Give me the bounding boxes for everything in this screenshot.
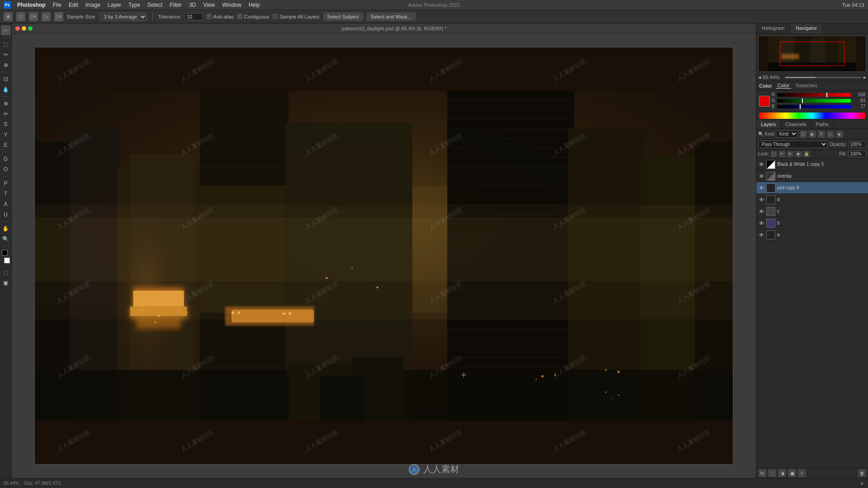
- menu-filter[interactable]: Filter: [166, 1, 185, 9]
- sample-size-select[interactable]: 3 by 3 Average: [100, 13, 147, 21]
- color-tab[interactable]: Color: [776, 83, 791, 89]
- canvas-content[interactable]: 人人素材社区 人人素材社区 人人素材社区 人人素材社区 人人素材社区 人人素材社…: [12, 33, 756, 478]
- layer-filter-pixel-icon[interactable]: ☐: [800, 131, 807, 138]
- delete-layer-icon[interactable]: 🗑: [858, 469, 866, 477]
- new-selection-icon[interactable]: □: [16, 12, 25, 21]
- layer-visibility-1[interactable]: 👁: [758, 173, 764, 179]
- layer-visibility-6[interactable]: 👁: [758, 232, 764, 238]
- green-slider-thumb[interactable]: [802, 98, 803, 103]
- zoom-slider[interactable]: [785, 77, 862, 78]
- spot-healing-tool[interactable]: ⊕: [1, 99, 11, 108]
- menu-type[interactable]: Type: [125, 1, 144, 9]
- menu-edit[interactable]: Edit: [65, 1, 82, 9]
- tab-navigator[interactable]: Navigator: [790, 23, 823, 33]
- tab-histogram[interactable]: Histogram: [756, 23, 790, 33]
- lock-pixels-icon[interactable]: ✏: [779, 151, 785, 157]
- layer-row-0[interactable]: 👁 Black & White 1 copy 3: [756, 159, 868, 170]
- foreground-color-picker[interactable]: [759, 96, 770, 107]
- path-selection-tool[interactable]: A: [1, 199, 11, 209]
- add-selection-icon[interactable]: □+: [29, 12, 38, 21]
- blue-slider[interactable]: [777, 105, 851, 108]
- contiguous-checkbox[interactable]: [237, 14, 242, 19]
- zoom-tool[interactable]: 🔍: [1, 234, 11, 244]
- fill-input[interactable]: [848, 150, 866, 157]
- move-tool[interactable]: ↔: [1, 25, 11, 35]
- tab-layers[interactable]: Layers: [756, 120, 781, 128]
- lock-all-icon[interactable]: 🔒: [803, 151, 810, 157]
- menu-select[interactable]: Select: [144, 1, 166, 9]
- layer-row-5[interactable]: 👁 b: [756, 217, 868, 229]
- layer-filter-smart-icon[interactable]: ◈: [836, 131, 843, 138]
- magic-wand-tool[interactable]: ⊕: [1, 60, 11, 70]
- background-color-swatch[interactable]: [4, 258, 10, 263]
- blend-mode-select[interactable]: Pass Through: [758, 141, 828, 148]
- lock-artboards-icon[interactable]: ◉: [795, 151, 802, 157]
- swatches-tab[interactable]: Swatches: [794, 83, 819, 89]
- menu-help[interactable]: Help: [245, 1, 264, 9]
- layer-row-3[interactable]: 👁 d: [756, 194, 868, 206]
- screen-mode[interactable]: ▣: [1, 278, 11, 288]
- layer-row-2[interactable]: 👁 psd copy 9: [756, 182, 868, 194]
- green-slider[interactable]: [777, 99, 851, 103]
- intersect-selection-icon[interactable]: □×: [54, 12, 63, 21]
- subtract-selection-icon[interactable]: □-: [42, 12, 51, 21]
- zoom-in-icon[interactable]: ▶: [863, 75, 866, 80]
- close-button[interactable]: [15, 26, 20, 31]
- layer-filter-shape-icon[interactable]: ◇: [827, 131, 834, 138]
- menu-layer[interactable]: Layer: [104, 1, 125, 9]
- new-group-icon[interactable]: ▣: [788, 469, 796, 477]
- layer-visibility-5[interactable]: 👁: [758, 220, 764, 226]
- pen-tool[interactable]: P: [1, 178, 11, 188]
- red-slider[interactable]: [777, 93, 851, 97]
- shape-tool[interactable]: U: [1, 210, 11, 220]
- crop-tool[interactable]: ⊡: [1, 74, 11, 84]
- tolerance-input[interactable]: [185, 13, 203, 20]
- blue-slider-thumb[interactable]: [799, 104, 801, 109]
- opacity-input[interactable]: [848, 141, 866, 148]
- foreground-color-swatch[interactable]: [2, 250, 8, 256]
- menu-view[interactable]: View: [199, 1, 218, 9]
- lasso-tool[interactable]: ✂: [1, 50, 11, 60]
- dodge-tool[interactable]: O: [1, 164, 11, 174]
- image-canvas[interactable]: [34, 47, 733, 465]
- quick-mask-mode[interactable]: ⬚: [1, 267, 11, 277]
- layer-row-6[interactable]: 👁 a: [756, 229, 868, 241]
- menu-3d[interactable]: 3D: [185, 1, 199, 9]
- layer-visibility-4[interactable]: 👁: [758, 208, 764, 215]
- menu-window[interactable]: Window: [218, 1, 245, 9]
- sample-all-checkbox[interactable]: [273, 14, 278, 19]
- tab-paths[interactable]: Paths: [811, 120, 834, 128]
- select-subject-button[interactable]: Select Subject: [323, 13, 363, 21]
- add-layer-style-icon[interactable]: fx: [758, 469, 766, 477]
- menu-file[interactable]: File: [49, 1, 65, 9]
- foreground-background-color[interactable]: [2, 250, 10, 263]
- lock-position-icon[interactable]: ✛: [787, 151, 793, 157]
- layer-row-4[interactable]: 👁 c: [756, 206, 868, 217]
- anti-alias-checkbox[interactable]: [207, 14, 212, 19]
- zoom-out-icon[interactable]: ◀: [758, 75, 761, 80]
- history-brush-tool[interactable]: Y: [1, 130, 11, 140]
- layer-visibility-3[interactable]: 👁: [758, 197, 764, 203]
- color-panel-header[interactable]: Color Color Swatches: [756, 81, 868, 90]
- new-adjustment-layer-icon[interactable]: ◑: [778, 469, 786, 477]
- clone-stamp-tool[interactable]: S: [1, 119, 11, 129]
- gradient-tool[interactable]: G: [1, 154, 11, 164]
- menu-image[interactable]: Image: [82, 1, 104, 9]
- new-layer-icon[interactable]: +: [798, 469, 806, 477]
- layer-kind-filter[interactable]: Kind: [776, 130, 798, 138]
- layer-row-1[interactable]: 👁 overlay: [756, 170, 868, 182]
- hue-gradient-bar[interactable]: [759, 113, 865, 119]
- maximize-button[interactable]: [28, 26, 33, 31]
- eraser-tool[interactable]: E: [1, 140, 11, 150]
- lock-transparent-icon[interactable]: ⬚: [771, 151, 777, 157]
- red-slider-thumb[interactable]: [826, 92, 828, 98]
- tab-channels[interactable]: Channels: [781, 120, 811, 128]
- eyedropper-tool[interactable]: 💧: [1, 84, 11, 94]
- brush-tool[interactable]: ✏: [1, 109, 11, 119]
- layer-filter-adjustment-icon[interactable]: ◐: [809, 131, 816, 138]
- hand-tool[interactable]: ✋: [1, 224, 11, 234]
- minimize-button[interactable]: [22, 26, 26, 31]
- rectangular-marquee-tool[interactable]: ⬚: [1, 39, 11, 49]
- select-and-mask-button[interactable]: Select and Mask...: [367, 13, 416, 21]
- menu-photoshop[interactable]: Photoshop: [14, 1, 49, 9]
